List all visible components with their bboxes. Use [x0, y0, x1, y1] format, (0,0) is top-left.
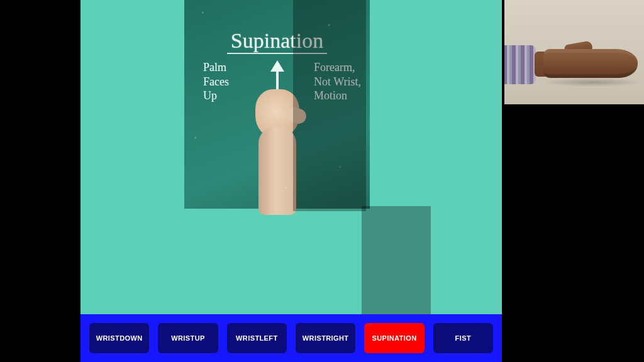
- gesture-button-bar: WRISTDOWN WRISTUP WRISTLEFT WRISTRIGHT S…: [80, 314, 502, 362]
- gesture-button-fist[interactable]: FIST: [433, 323, 493, 353]
- teal-panel: Supination Palm Faces Up Forearm, Not Wr…: [80, 0, 502, 314]
- gesture-button-wristup[interactable]: WRISTUP: [158, 323, 218, 353]
- game-obstacle-upper: [293, 0, 366, 211]
- chalkboard-left-text: Palm Faces Up: [203, 60, 229, 103]
- gesture-button-wristleft[interactable]: WRISTLEFT: [227, 323, 287, 353]
- camera-palm: [543, 49, 638, 78]
- main-stage: Supination Palm Faces Up Forearm, Not Wr…: [80, 0, 502, 362]
- game-obstacle-lower: [362, 206, 431, 314]
- camera-feed: [504, 0, 644, 104]
- gesture-button-supination[interactable]: SUPINATION: [364, 323, 424, 353]
- camera-hand-shadow: [542, 78, 643, 87]
- gesture-button-wristright[interactable]: WRISTRIGHT: [296, 323, 355, 353]
- camera-sleeve: [504, 45, 536, 84]
- gesture-button-wristdown[interactable]: WRISTDOWN: [89, 323, 149, 353]
